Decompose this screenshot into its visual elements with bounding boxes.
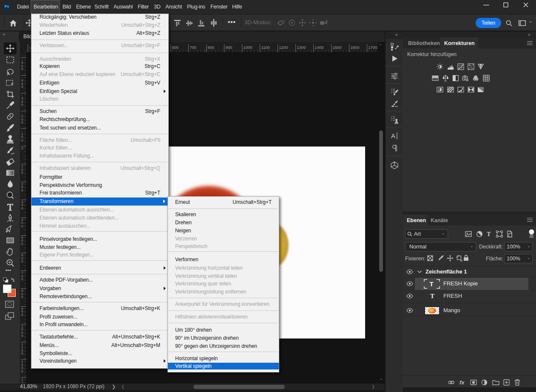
svg-text:T: T: [430, 280, 434, 288]
svg-text:A: A: [391, 132, 395, 139]
